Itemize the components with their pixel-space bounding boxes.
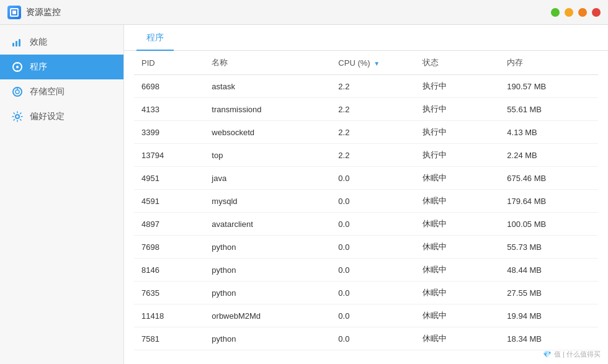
app-title: 资源监控 — [26, 7, 61, 18]
cell-memory: 675.46 MB — [499, 167, 598, 190]
cell-pid: 7581 — [134, 327, 204, 350]
cell-cpu: 2.2 — [331, 75, 415, 98]
cell-name: top — [204, 144, 331, 167]
table-row[interactable]: 4133 transmissiond 2.2 执行中 55.61 MB — [134, 98, 598, 121]
process-table: PID 名称 CPU (%) ▼ 状态 内存 — [134, 51, 598, 350]
svg-point-5 — [16, 66, 19, 68]
svg-rect-0 — [12, 43, 14, 47]
table-row[interactable]: 3399 websocketd 2.2 执行中 4.13 MB — [134, 121, 598, 144]
sort-indicator-cpu: ▼ — [373, 60, 380, 67]
sidebar-item-programs[interactable]: 程序 — [0, 55, 123, 79]
cell-status: 休眠中 — [415, 190, 499, 213]
sidebar-item-preferences[interactable]: 偏好设定 — [0, 104, 123, 129]
col-header-status[interactable]: 状态 — [415, 51, 499, 75]
table-row[interactable]: 11418 orbwebM2Md 0.0 休眠中 19.94 MB — [134, 304, 598, 327]
cell-name: mysqld — [204, 190, 331, 213]
cell-memory: 55.61 MB — [499, 98, 598, 121]
table-row[interactable]: 8146 python 0.0 休眠中 48.44 MB — [134, 259, 598, 282]
cell-pid: 4133 — [134, 98, 204, 121]
col-header-cpu[interactable]: CPU (%) ▼ — [331, 51, 415, 75]
preferences-icon — [11, 110, 24, 123]
table-row[interactable]: 7581 python 0.0 休眠中 18.34 MB — [134, 327, 598, 350]
cell-pid: 8146 — [134, 259, 204, 282]
cell-pid: 11418 — [134, 304, 204, 327]
cell-status: 休眠中 — [415, 236, 499, 259]
cell-status: 休眠中 — [415, 213, 499, 236]
cell-cpu: 0.0 — [331, 304, 415, 327]
storage-icon — [11, 86, 24, 98]
table-row[interactable]: 6698 astask 2.2 执行中 190.57 MB — [134, 75, 598, 98]
restore-button[interactable] — [578, 8, 587, 17]
svg-point-11 — [16, 115, 19, 118]
col-header-memory[interactable]: 内存 — [499, 51, 598, 75]
col-header-pid[interactable]: PID — [134, 51, 204, 75]
cell-cpu: 2.2 — [331, 144, 415, 167]
cell-cpu: 0.0 — [331, 282, 415, 304]
table-row[interactable]: 7635 python 0.0 休眠中 27.55 MB — [134, 282, 598, 304]
performance-icon — [11, 36, 24, 48]
process-table-wrapper[interactable]: PID 名称 CPU (%) ▼ 状态 内存 — [124, 51, 608, 364]
cell-memory: 48.44 MB — [499, 259, 598, 282]
sidebar-item-performance[interactable]: 效能 — [0, 30, 123, 55]
watermark-icon: 💎 — [543, 350, 552, 358]
sidebar: 效能 程序 存储空间 — [0, 25, 124, 364]
cell-name: astask — [204, 75, 331, 98]
cell-status: 执行中 — [415, 75, 499, 98]
maximize-button[interactable] — [551, 8, 560, 17]
table-row[interactable]: 4897 avatarclient 0.0 休眠中 100.05 MB — [134, 213, 598, 236]
cell-memory: 18.34 MB — [499, 327, 598, 350]
cell-status: 休眠中 — [415, 282, 499, 304]
cell-cpu: 2.2 — [331, 98, 415, 121]
window-controls — [551, 8, 601, 17]
cell-cpu: 0.0 — [331, 259, 415, 282]
svg-point-9 — [16, 90, 19, 94]
cell-pid: 4897 — [134, 213, 204, 236]
cell-name: python — [204, 259, 331, 282]
tab-programs[interactable]: 程序 — [136, 27, 174, 51]
cell-status: 执行中 — [415, 144, 499, 167]
cell-status: 休眠中 — [415, 304, 499, 327]
watermark-text: 值 | 什么值得买 — [554, 350, 601, 359]
table-header: PID 名称 CPU (%) ▼ 状态 内存 — [134, 51, 598, 75]
cell-memory: 2.24 MB — [499, 144, 598, 167]
close-button[interactable] — [592, 8, 601, 17]
app-icon — [7, 6, 21, 19]
cell-pid: 4951 — [134, 167, 204, 190]
table-row[interactable]: 4951 java 0.0 休眠中 675.46 MB — [134, 167, 598, 190]
table-row[interactable]: 7698 python 0.0 休眠中 55.73 MB — [134, 236, 598, 259]
sidebar-label-preferences: 偏好设定 — [30, 111, 65, 122]
cell-status: 执行中 — [415, 121, 499, 144]
programs-icon — [11, 61, 24, 73]
cell-pid: 13794 — [134, 144, 204, 167]
titlebar-left: 资源监控 — [7, 6, 61, 19]
tab-bar: 程序 — [124, 25, 608, 51]
cell-pid: 3399 — [134, 121, 204, 144]
cell-memory: 19.94 MB — [499, 304, 598, 327]
cell-memory: 4.13 MB — [499, 121, 598, 144]
svg-rect-1 — [16, 41, 17, 47]
sidebar-label-programs: 程序 — [30, 61, 47, 73]
table-row[interactable]: 4591 mysqld 0.0 休眠中 179.64 MB — [134, 190, 598, 213]
titlebar: 资源监控 — [0, 0, 608, 25]
cell-cpu: 0.0 — [331, 236, 415, 259]
sidebar-item-storage[interactable]: 存储空间 — [0, 79, 123, 104]
svg-rect-3 — [22, 37, 22, 38]
cell-status: 休眠中 — [415, 167, 499, 190]
minimize-button[interactable] — [565, 8, 573, 17]
cell-status: 休眠中 — [415, 327, 499, 350]
cell-memory: 100.05 MB — [499, 213, 598, 236]
cell-memory: 179.64 MB — [499, 190, 598, 213]
svg-rect-2 — [19, 39, 20, 47]
cell-name: java — [204, 167, 331, 190]
cell-status: 休眠中 — [415, 259, 499, 282]
main-layout: 效能 程序 存储空间 — [0, 25, 608, 364]
sidebar-label-performance: 效能 — [30, 37, 47, 48]
cell-name: websocketd — [204, 121, 331, 144]
col-header-name[interactable]: 名称 — [204, 51, 331, 75]
cell-pid: 7698 — [134, 236, 204, 259]
table-body: 6698 astask 2.2 执行中 190.57 MB 4133 trans… — [134, 75, 598, 350]
table-row[interactable]: 13794 top 2.2 执行中 2.24 MB — [134, 144, 598, 167]
content-area: 程序 PID 名称 CPU (%) ▼ — [124, 25, 608, 364]
cell-pid: 6698 — [134, 75, 204, 98]
cell-status: 执行中 — [415, 98, 499, 121]
